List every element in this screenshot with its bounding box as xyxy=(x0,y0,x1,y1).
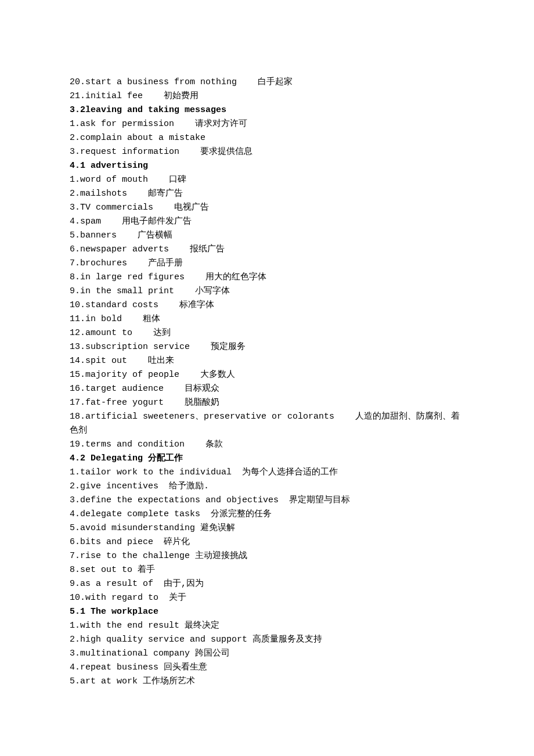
vocab-item: 15.majority of people 大多数人 xyxy=(70,368,464,382)
vocab-item: 13.subscription service 预定服务 xyxy=(70,340,464,354)
vocab-item: 3.TV commercials 电视广告 xyxy=(70,201,464,215)
vocab-item: 1.word of mouth 口碑 xyxy=(70,173,464,187)
vocab-item: 11.in bold 粗体 xyxy=(70,312,464,326)
vocab-item: 5.banners 广告横幅 xyxy=(70,229,464,243)
vocab-item: 6.newspaper adverts 报纸广告 xyxy=(70,243,464,257)
vocab-item: 1.tailor work to the individual 为每个人选择合适… xyxy=(70,466,464,480)
vocab-item: 2.high quality service and support 高质量服务… xyxy=(70,633,464,647)
vocab-item: 1.ask for permission 请求对方许可 xyxy=(70,117,464,131)
vocab-item: 18.artificial sweeteners、preservative or… xyxy=(70,410,464,438)
vocab-item: 17.fat-free yogurt 脱脂酸奶 xyxy=(70,396,464,410)
vocab-item: 3.multinational company 跨国公司 xyxy=(70,647,464,661)
vocab-item: 4.repeat business 回头看生意 xyxy=(70,661,464,675)
vocab-item: 4.delegate complete tasks 分派完整的任务 xyxy=(70,507,464,521)
vocab-item: 7.brochures 产品手册 xyxy=(70,257,464,271)
document-page: 20.start a business from nothing 白手起家21.… xyxy=(0,0,534,723)
vocab-item: 5.avoid misunderstanding 避免误解 xyxy=(70,521,464,535)
vocab-item: 6.bits and piece 碎片化 xyxy=(70,535,464,549)
vocab-item: 9.as a result of 由于,因为 xyxy=(70,577,464,591)
vocab-item: 2.complain about a mistake xyxy=(70,131,464,145)
vocab-item: 10.with regard to 关于 xyxy=(70,591,464,605)
vocab-item: 2.give incentives 给予激励. xyxy=(70,480,464,494)
vocab-item: 8.set out to 着手 xyxy=(70,563,464,577)
vocab-item: 5.art at work 工作场所艺术 xyxy=(70,675,464,689)
vocab-item: 7.rise to the challenge 主动迎接挑战 xyxy=(70,549,464,563)
section-heading: 5.1 The workplace xyxy=(70,605,464,619)
vocab-item: 3.request information 要求提供信息 xyxy=(70,145,464,159)
vocab-item: 10.standard costs 标准字体 xyxy=(70,298,464,312)
vocab-item: 16.target audience 目标观众 xyxy=(70,382,464,396)
vocab-item: 19.terms and condition 条款 xyxy=(70,438,464,452)
section-heading: 4.2 Delegating 分配工作 xyxy=(70,452,464,466)
vocab-item: 21.initial fee 初始费用 xyxy=(70,89,464,103)
vocab-item: 20.start a business from nothing 白手起家 xyxy=(70,75,464,89)
vocab-item: 14.spit out 吐出来 xyxy=(70,354,464,368)
section-heading: 4.1 advertising xyxy=(70,159,464,173)
vocab-item: 9.in the small print 小写字体 xyxy=(70,285,464,298)
vocab-item: 12.amount to 达到 xyxy=(70,326,464,340)
vocab-item: 4.spam 用电子邮件发广告 xyxy=(70,215,464,229)
vocab-item: 2.mailshots 邮寄广告 xyxy=(70,187,464,201)
vocab-item: 8.in large red figures 用大的红色字体 xyxy=(70,271,464,285)
section-heading: 3.2leaving and taking messages xyxy=(70,103,464,117)
vocab-item: 1.with the end result 最终决定 xyxy=(70,619,464,633)
vocab-item: 3.define the expectations and objectives… xyxy=(70,494,464,507)
